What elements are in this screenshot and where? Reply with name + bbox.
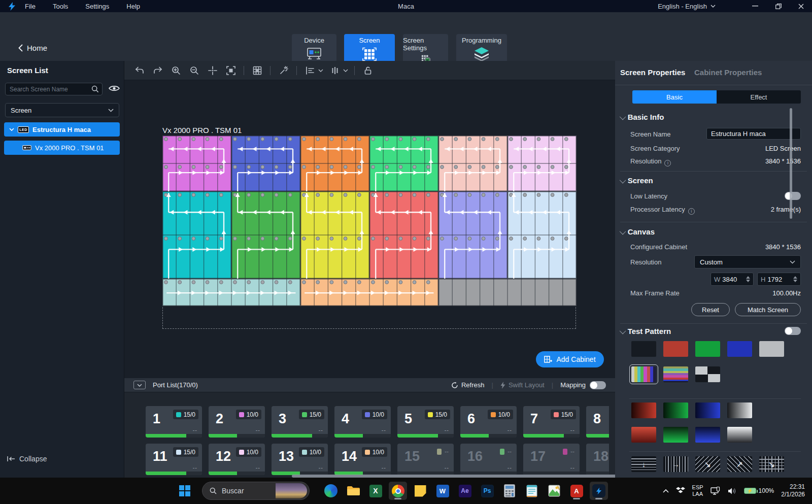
taskbar-search[interactable]: Buscar bbox=[202, 482, 310, 500]
port-card-6[interactable]: 610/0-- bbox=[460, 406, 517, 438]
test-pattern-solid[interactable] bbox=[663, 341, 688, 357]
dropbox-icon[interactable] bbox=[676, 487, 685, 495]
cabinet-group[interactable] bbox=[438, 136, 507, 191]
lock-button[interactable] bbox=[360, 64, 376, 77]
taskbar-icon-edge[interactable] bbox=[322, 482, 340, 500]
volume-icon[interactable] bbox=[728, 487, 737, 495]
magic-wand-button[interactable] bbox=[276, 64, 291, 77]
language-indicator[interactable]: ESPLAA bbox=[692, 484, 703, 497]
cabinet-group[interactable] bbox=[507, 136, 577, 191]
port-card-17[interactable]: 17---- bbox=[523, 444, 580, 475]
tab-screen[interactable]: Screen bbox=[344, 34, 395, 64]
canvas-height-stepper[interactable]: H1792 bbox=[757, 273, 801, 286]
canvas-resolution-dropdown[interactable]: Custom bbox=[694, 255, 801, 268]
distribute-button[interactable] bbox=[327, 64, 343, 77]
screen-section-header[interactable]: Screen bbox=[621, 176, 653, 185]
port-card-5[interactable]: 515/0-- bbox=[397, 406, 454, 438]
test-pattern-grad-v[interactable] bbox=[631, 427, 656, 443]
battery-indicator[interactable]: ⚡ 100% bbox=[744, 487, 774, 494]
test-pattern-grad-v[interactable] bbox=[663, 427, 688, 443]
port-list-collapse-button[interactable] bbox=[133, 381, 146, 389]
align-dropdown-chevron[interactable] bbox=[318, 69, 323, 72]
port-card-14[interactable]: 1410/0-- bbox=[334, 444, 391, 475]
test-pattern-grad-v[interactable] bbox=[727, 427, 752, 443]
port-card-4[interactable]: 410/0-- bbox=[334, 406, 391, 438]
screen-canvas[interactable]: Vx 2000 PRO . TSM 01 Add Cabinet bbox=[124, 80, 615, 378]
test-pattern-diag-2[interactable]: ↗ bbox=[727, 456, 752, 472]
basic-info-section-header[interactable]: Basic Info bbox=[621, 113, 664, 121]
search-icon[interactable] bbox=[91, 85, 99, 93]
screen-name-input[interactable] bbox=[706, 128, 801, 140]
clock[interactable]: 22:31 2/1/2026 bbox=[781, 483, 805, 498]
segment-effect[interactable]: Effect bbox=[717, 90, 801, 104]
cabinet-group[interactable] bbox=[369, 191, 438, 279]
cabinet-group[interactable] bbox=[162, 191, 231, 279]
refresh-button[interactable]: Refresh bbox=[451, 381, 485, 389]
sidebar-item-screen[interactable]: LED Estructura H maca bbox=[4, 122, 120, 137]
port-card-1[interactable]: 115/0-- bbox=[146, 406, 202, 438]
test-pattern-grad-h[interactable] bbox=[663, 402, 688, 418]
taskbar-icon-vmp[interactable] bbox=[590, 482, 608, 500]
test-pattern-solid[interactable] bbox=[727, 341, 752, 357]
cabinet-group[interactable] bbox=[300, 136, 369, 191]
minimize-button[interactable] bbox=[745, 0, 765, 12]
reset-button[interactable]: Reset bbox=[691, 303, 730, 316]
port-card-3[interactable]: 315/0-- bbox=[272, 406, 328, 438]
properties-scrollbar[interactable] bbox=[790, 108, 792, 219]
taskbar-icon-ae[interactable]: Ae bbox=[456, 482, 474, 500]
port-card-11[interactable]: 1115/0-- bbox=[146, 444, 202, 475]
cabinet-group[interactable] bbox=[438, 191, 507, 279]
tab-screen-settings[interactable]: Screen Settings bbox=[403, 34, 448, 64]
port-card-7[interactable]: 715/0-- bbox=[523, 406, 580, 438]
taskbar-icon-calc[interactable] bbox=[500, 482, 519, 500]
info-icon[interactable]: i bbox=[664, 160, 671, 166]
taskbar-icon-explorer[interactable] bbox=[344, 482, 362, 500]
language-selector[interactable]: English - English bbox=[658, 0, 716, 12]
cabinet-group[interactable] bbox=[162, 279, 300, 306]
center-view-button[interactable] bbox=[205, 64, 220, 77]
tab-screen-properties[interactable]: Screen Properties bbox=[620, 68, 685, 77]
start-button[interactable] bbox=[176, 482, 194, 500]
visibility-eye-icon[interactable] bbox=[109, 84, 120, 92]
port-card-8[interactable]: 8-- bbox=[586, 406, 609, 438]
cabinet-group[interactable] bbox=[438, 279, 577, 306]
cabinet-grid-button[interactable] bbox=[249, 64, 265, 77]
test-pattern-lines-h[interactable]: ↓ bbox=[631, 456, 656, 472]
match-screen-button[interactable]: Match Screen bbox=[735, 303, 801, 316]
taskbar-icon-paint[interactable] bbox=[545, 482, 563, 500]
test-pattern-lines-v[interactable]: → bbox=[663, 456, 688, 472]
port-card-16[interactable]: 16---- bbox=[460, 444, 517, 475]
collapse-sidebar-button[interactable]: Collapse bbox=[7, 455, 47, 463]
test-pattern-solid[interactable] bbox=[759, 341, 784, 357]
taskbar-icon-sticky[interactable] bbox=[411, 482, 429, 500]
cabinet-group[interactable] bbox=[300, 191, 369, 279]
test-pattern-solid[interactable] bbox=[631, 341, 656, 357]
info-icon[interactable]: i bbox=[688, 208, 695, 215]
cabinet-group[interactable] bbox=[507, 191, 577, 279]
canvas-width-stepper[interactable]: W3840 bbox=[710, 273, 754, 286]
port-card-2[interactable]: 210/0-- bbox=[209, 406, 265, 438]
align-button[interactable] bbox=[302, 64, 318, 77]
port-card-12[interactable]: 1210/0-- bbox=[209, 444, 265, 475]
cabinet-group[interactable] bbox=[231, 191, 300, 279]
test-pattern-grad-h[interactable] bbox=[695, 402, 720, 418]
taskbar-icon-notepad[interactable] bbox=[523, 482, 541, 500]
sidebar-item-device[interactable]: Vx 2000 PRO . TSM 01 bbox=[4, 141, 120, 155]
taskbar-icon-ps[interactable]: Ps bbox=[478, 482, 496, 500]
test-pattern-gridpat[interactable]: ↘ bbox=[759, 456, 784, 472]
canvas-section-header[interactable]: Canvas bbox=[621, 227, 655, 236]
taskbar-icon-excel[interactable]: X bbox=[366, 482, 385, 500]
home-button[interactable]: Home bbox=[18, 44, 47, 52]
tab-programming[interactable]: Programming bbox=[456, 34, 507, 64]
search-input[interactable] bbox=[5, 83, 103, 95]
maximize-button[interactable] bbox=[768, 0, 789, 12]
close-button[interactable] bbox=[791, 0, 811, 12]
segment-basic[interactable]: Basic bbox=[632, 90, 717, 104]
tab-cabinet-properties[interactable]: Cabinet Properties bbox=[694, 68, 762, 77]
test-pattern-stripes[interactable] bbox=[663, 366, 688, 382]
port-card-13[interactable]: 1310/0-- bbox=[272, 444, 328, 475]
test-pattern-grad-h[interactable] bbox=[727, 402, 752, 418]
port-card-15[interactable]: 15---- bbox=[397, 444, 454, 475]
cabinet-group[interactable] bbox=[231, 136, 300, 191]
mapping-toggle[interactable] bbox=[590, 381, 606, 389]
